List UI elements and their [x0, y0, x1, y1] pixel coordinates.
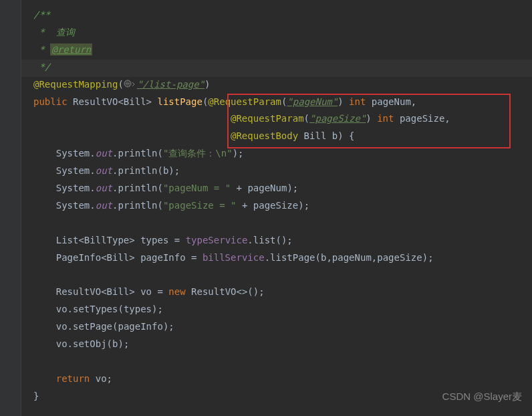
println-3: println — [118, 183, 157, 193]
javadoc-line2-prefix: * — [33, 44, 50, 55]
return-type: ResultVO<Bill> — [73, 96, 152, 107]
var-pn-1: pageNum — [247, 183, 287, 193]
var-ps-1: pageSize — [253, 200, 298, 211]
println-2: println — [118, 165, 157, 176]
list-type: List<BillType> — [56, 235, 135, 245]
vo-1: vo — [56, 304, 68, 314]
param3-name: b — [332, 130, 338, 141]
arg-b: b — [321, 252, 326, 263]
return-keyword: return — [56, 373, 90, 384]
int-1: int — [349, 96, 366, 107]
result-type: ResultVO<Bill> — [56, 286, 135, 297]
plus-2: + — [237, 200, 253, 211]
new-keyword: new — [168, 286, 185, 297]
out-4: out — [96, 200, 112, 211]
system-2: System — [56, 165, 90, 176]
vo-2: vo — [56, 321, 68, 332]
var-b-1: b — [163, 165, 168, 176]
pageinfo-type: PageInfo<Bill> — [56, 252, 135, 263]
type-service: typeService — [186, 235, 248, 245]
system-1: System — [56, 148, 90, 159]
arg-ps: pageSize — [377, 252, 422, 263]
result-ctor: ResultVO<> — [191, 286, 247, 297]
javadoc-return-tag: @return — [50, 43, 92, 56]
arg-pn: pageNum — [332, 252, 372, 263]
system-4: System — [56, 200, 90, 211]
param1-name: pageNum — [372, 96, 411, 107]
vo-3: vo — [56, 338, 68, 349]
out-3: out — [96, 183, 112, 193]
int-2: int — [377, 113, 394, 124]
bill-service: billService — [203, 252, 265, 263]
request-body: @RequestBody — [231, 130, 298, 141]
vo-var: vo — [140, 286, 152, 297]
gutter — [0, 0, 21, 416]
pageinfo-arg: pageInfo — [118, 321, 162, 332]
param2-name: pageSize — [400, 113, 444, 124]
javadoc-open: /** — [33, 9, 50, 20]
pageinfo-var: pageInfo — [140, 252, 185, 263]
code-editor[interactable]: /** * 查询 * @return */ @RequestMapping("/… — [0, 0, 532, 405]
str-ps: "pageSize = " — [163, 200, 237, 211]
param3-type: Bill — [304, 130, 327, 141]
list-method: list — [253, 235, 276, 245]
request-param-1: @RequestParam — [208, 96, 281, 107]
println-4: println — [118, 200, 157, 211]
system-3: System — [56, 183, 90, 193]
set-obj: setObj — [73, 338, 107, 349]
mapping-url[interactable]: "/list-page" — [137, 79, 205, 90]
plus-1: + — [231, 183, 247, 193]
web-icon[interactable] — [124, 76, 136, 94]
types-arg: types — [124, 304, 152, 314]
request-param-2: @RequestParam — [231, 113, 304, 124]
str-pn: "pageNum = " — [163, 183, 231, 193]
method-name: listPage — [157, 96, 202, 107]
request-mapping-annotation: @RequestMapping — [33, 79, 118, 90]
return-vo: vo — [96, 373, 107, 384]
out-2: out — [96, 165, 112, 176]
str-query: "查询条件：\n" — [163, 148, 233, 159]
listpage-method: listPage — [270, 252, 315, 263]
javadoc-line1: * 查询 — [33, 27, 75, 37]
out-1: out — [96, 148, 112, 159]
println-1: println — [118, 148, 157, 159]
types-var: types — [140, 235, 168, 245]
b-arg: b — [112, 338, 118, 349]
set-page: setPage — [73, 321, 112, 332]
watermark: CSDN @Slayer麦 — [442, 387, 522, 406]
param1-string: "pageNum" — [287, 96, 338, 107]
javadoc-close: */ — [33, 62, 50, 72]
public-keyword: public — [33, 96, 68, 107]
set-types: setTypes — [73, 304, 118, 314]
param2-string: "pageSize" — [309, 113, 366, 124]
